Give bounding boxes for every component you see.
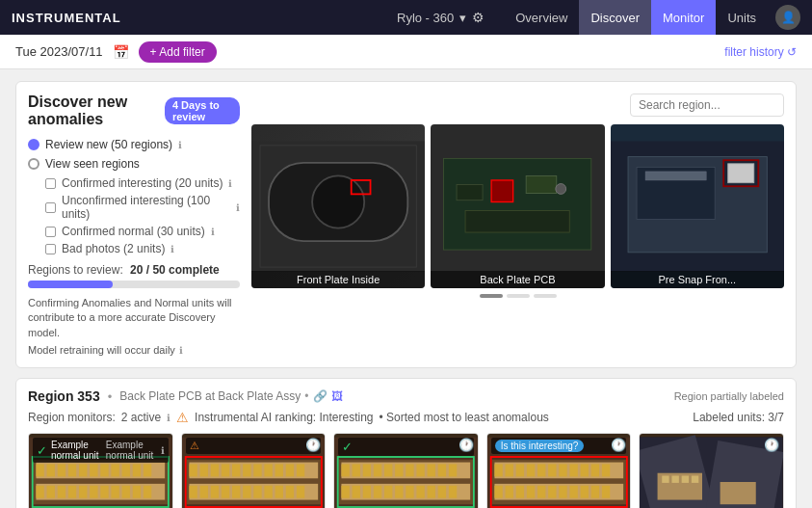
svg-rect-108 [559, 465, 566, 477]
svg-rect-23 [58, 465, 65, 477]
svg-rect-22 [47, 465, 55, 477]
unit-cards: ✓ Example normal unit Example normal uni… [28, 433, 784, 508]
svg-rect-31 [144, 465, 151, 477]
svg-rect-27 [100, 465, 108, 477]
info-icon: ℹ [179, 345, 183, 356]
info-icon: ℹ [178, 140, 182, 150]
nav-monitor[interactable]: Monitor [651, 0, 716, 35]
nav-overview[interactable]: Overview [504, 0, 579, 35]
monitors-count: 2 active [121, 411, 161, 424]
scroll-dot-1 [507, 294, 530, 298]
svg-rect-49 [199, 465, 207, 477]
region-image-label-0: Front Plate Inside [251, 271, 425, 288]
top-nav: INSTRUMENTAL Rylo - 360 ▾ ⚙ Overview Dis… [0, 0, 812, 35]
checkbox-group: Confirmed interesting (20 units) ℹ Uncon… [45, 176, 240, 255]
svg-rect-21 [36, 465, 43, 477]
calendar-icon[interactable]: 📅 [113, 44, 129, 60]
view-seen-option[interactable]: View seen regions [28, 157, 240, 171]
svg-point-2 [312, 175, 364, 227]
filter-history-link[interactable]: filter history ↺ [724, 45, 797, 59]
unit-card-2[interactable]: ✓ 🕐 RY23362 📷 [333, 433, 479, 508]
svg-rect-25 [79, 465, 87, 477]
project-selector[interactable]: Rylo - 360 ▾ ⚙ [397, 10, 485, 25]
nav-links: Overview Discover Monitor Units [504, 0, 768, 35]
svg-rect-9 [457, 184, 483, 200]
unit-card-3[interactable]: Is this interesting? 🕐 RY23362 📷 [486, 433, 632, 508]
svg-rect-67 [264, 486, 272, 498]
unit-card-4[interactable]: 🕐 RY23362 📷 [639, 433, 784, 508]
svg-rect-97 [449, 486, 457, 498]
svg-rect-85 [449, 465, 457, 477]
region-image-card-2[interactable]: Pre Snap Fron... [611, 124, 784, 288]
nav-discover[interactable]: Discover [579, 0, 651, 35]
add-filter-button[interactable]: + Add filter [139, 41, 217, 63]
svg-rect-78 [374, 465, 381, 477]
svg-rect-35 [58, 486, 65, 498]
region-breadcrumb: Back Plate PCB at Back Plate Assy • 🔗 🖼 [119, 389, 342, 403]
info-icon: ℹ [167, 413, 170, 423]
question-badge: Is this interesting? [495, 440, 585, 452]
progress-fill [28, 281, 113, 288]
svg-rect-58 [296, 465, 303, 477]
svg-rect-105 [527, 465, 535, 477]
svg-rect-34 [47, 486, 55, 498]
card-label-1: ⚠ [186, 438, 322, 454]
svg-rect-76 [353, 465, 360, 477]
avatar[interactable]: 👤 [775, 5, 800, 30]
svg-rect-38 [90, 486, 97, 498]
back-plate-image [431, 124, 604, 288]
svg-rect-89 [363, 486, 371, 498]
svg-rect-29 [122, 465, 130, 477]
svg-rect-24 [68, 465, 76, 477]
gear-icon[interactable]: ⚙ [472, 10, 485, 25]
svg-rect-106 [537, 465, 545, 477]
region-images: Front Plate Inside [251, 124, 784, 288]
svg-rect-84 [438, 465, 446, 477]
region-image-card-1[interactable]: Back Plate PCB [431, 124, 604, 288]
svg-rect-91 [384, 486, 392, 498]
unit-card-image-1: ⚠ 🕐 [182, 434, 326, 508]
unit-card-1[interactable]: ⚠ 🕐 RY23362 📷 [181, 433, 327, 508]
svg-point-11 [556, 184, 566, 195]
bad-photos-item[interactable]: Bad photos (2 units) ℹ [45, 242, 240, 255]
timer-icon-2: 🕐 [458, 438, 474, 452]
svg-rect-124 [602, 486, 610, 498]
region-title: Region 353 [28, 388, 100, 404]
svg-rect-121 [569, 486, 577, 498]
svg-rect-87 [342, 486, 350, 498]
svg-rect-62 [210, 486, 218, 498]
check-icon: ✓ [37, 443, 47, 458]
unconfirmed-interesting-item[interactable]: Unconfirmed interesting (100 units) ℹ [45, 194, 240, 221]
svg-rect-135 [720, 482, 756, 504]
radio-filled-icon [28, 139, 39, 150]
unit-card-0[interactable]: ✓ Example normal unit Example normal uni… [28, 433, 173, 508]
info-icon: ℹ [161, 445, 165, 456]
svg-rect-90 [374, 486, 381, 498]
confirmed-interesting-item[interactable]: Confirmed interesting (20 units) ℹ [45, 176, 240, 190]
confirm-text: Confirming Anomalies and Normal units wi… [28, 296, 240, 340]
svg-rect-92 [395, 486, 403, 498]
link-icon[interactable]: 🔗 [313, 389, 327, 403]
svg-rect-10 [465, 211, 569, 233]
discover-panel: Discover new anomalies 4 Days to review … [15, 81, 797, 368]
svg-rect-6 [444, 158, 591, 250]
progress-bar [28, 281, 240, 288]
review-new-option[interactable]: Review new (50 regions) ℹ [28, 138, 240, 151]
svg-rect-120 [559, 486, 566, 498]
confirmed-normal-item[interactable]: Confirmed normal (30 units) ℹ [45, 225, 240, 238]
card-label-text-0: Example normal unit [51, 440, 102, 461]
svg-rect-7 [491, 180, 513, 202]
svg-rect-53 [243, 465, 250, 477]
search-region-input[interactable] [630, 94, 784, 117]
image-icon[interactable]: 🖼 [331, 389, 343, 403]
region-header: Region 353 • Back Plate PCB at Back Plat… [28, 388, 784, 404]
sort-label: • Sorted most to least anomalous [380, 411, 549, 424]
scroll-dots [251, 294, 784, 298]
checkbox-icon [45, 227, 56, 237]
checkbox-icon [45, 178, 56, 189]
review-new-label: Review new (50 regions) [45, 138, 172, 151]
region-image-card-0[interactable]: Front Plate Inside [251, 124, 425, 288]
svg-rect-54 [253, 465, 261, 477]
nav-units[interactable]: Units [716, 0, 768, 35]
svg-rect-56 [275, 465, 282, 477]
